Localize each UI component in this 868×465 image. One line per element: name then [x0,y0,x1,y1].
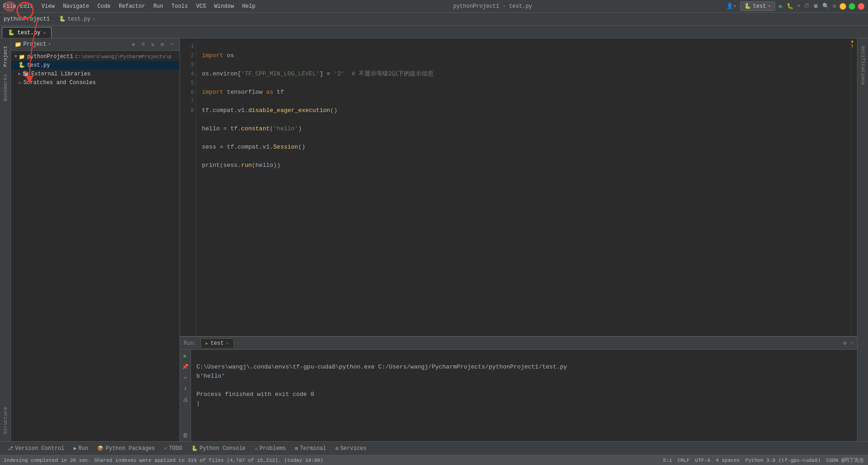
testpy-icon-bar: 🐍 [59,16,66,22]
coverage-button[interactable]: ☂ [797,3,800,10]
terminal-output[interactable]: C:\Users\wangj\.conda\envs\tf-gpu-cuda8\… [191,350,857,441]
problems-icon: ⚠ [255,445,258,451]
python-console-icon: 🐍 [191,445,198,451]
run-tab[interactable]: ▶ test ✕ [201,338,234,348]
window-title: pythonProject1 - test.py [453,3,532,10]
run-icon-bottom: ▶ [74,445,77,451]
run-label-bottom: Run [79,445,89,452]
file-menu[interactable]: File [4,1,16,11]
vcs-menu[interactable]: VCS [192,2,210,11]
panel-toolbar: ⊕ ≡ ⇅ ⚙ — [129,40,176,48]
settings-button[interactable]: ⚙ [833,3,836,10]
line-numbers: 1 2 3 4 5 6 7 8 [180,38,196,336]
run-hide-icon[interactable]: — [850,340,853,347]
test-file-tab-bar: 🐍 test.py ✕ [59,16,96,22]
status-encoding[interactable]: UTF-8 [695,458,710,463]
python-packages-icon: 📦 [97,445,104,451]
status-line-ending[interactable]: CRLF [677,458,689,463]
run-tab-close[interactable]: ✕ [226,341,229,346]
run-config[interactable]: 🐍 test ▾ [740,1,775,11]
stop-button[interactable]: ⏹ [813,3,819,10]
version-control-tab[interactable]: ⎇ Version Control [4,444,68,453]
tools-menu[interactable]: Tools [168,2,191,11]
gear-icon[interactable]: ⚙ [158,40,166,48]
run-panel: Run: ▶ test ✕ ⚙ — ▶ 📌 ↩ [180,336,857,441]
edit-menu[interactable]: Edit [16,2,37,11]
sort-icon[interactable]: ⇅ [148,40,157,48]
panel-title: 📁 Project ▾ [15,41,51,48]
tree-item-scratches[interactable]: ✏ Scratches and Consoles [11,78,180,87]
python-packages-tab[interactable]: 📦 Python Packages [94,444,159,453]
problems-tab[interactable]: ⚠ Problems [251,444,290,453]
py-file-icon: 🐍 [18,62,25,69]
sidebar-tab-project[interactable]: Project [2,42,9,70]
scroll-end-button[interactable]: ⬇ [181,385,190,393]
run-config-dropdown: ▾ [768,3,771,10]
user-icon[interactable]: 👤▾ [726,3,736,10]
notifications-tab[interactable]: Notifications [859,42,867,89]
terminal-tab[interactable]: ⊞ Terminal [291,444,330,453]
tree-item-testpy[interactable]: 🐍 test.py [11,61,180,69]
left-sidebar-tabs: Project Bookmarks Structure [0,38,11,441]
window-menu[interactable]: Window [211,2,238,11]
root-label: pythonProject1 [27,53,73,60]
main-area: Project Bookmarks Structure 📁 Project ▾ … [0,38,868,441]
ext-libs-arrow: ▶ [18,71,21,76]
bottom-toolbar: ⎇ Version Control ▶ Run 📦 Python Package… [0,441,868,455]
collapse-icon[interactable]: ≡ [139,40,147,48]
status-indent[interactable]: 4 spaces [716,458,740,463]
trash-button[interactable]: 🗑 [181,431,190,439]
profile-button[interactable]: ⏱ [804,3,810,10]
python-packages-label: Python Packages [106,445,155,452]
testpy-close-bar[interactable]: ✕ [92,16,95,22]
navigate-menu[interactable]: Navigate [59,2,93,11]
wrap-button[interactable]: ↩ [181,374,190,382]
tree-testpy-label: test.py [27,62,50,69]
debug-button[interactable]: 🐛 [787,3,794,10]
run-config-icon: 🐍 [744,3,751,10]
run-tab-bottom[interactable]: ▶ Run [70,444,92,453]
code-menu[interactable]: Code [94,2,114,11]
title-bar-right: 👤▾ 🐍 test ▾ ▶ 🐛 ☂ ⏱ ⏹ 🔍 ⚙ [726,1,864,11]
status-interpreter[interactable]: Python 3.9 (tf-gpu-cuda8) [745,458,820,463]
help-menu[interactable]: Help [238,2,259,11]
code-editor: 1 2 3 4 5 6 7 8 import os os.environ['TF… [180,38,857,336]
rerun-button[interactable]: ▶ [181,352,190,360]
run-sidebar: ▶ 📌 ↩ ⬇ 🖨 🗑 [180,350,191,441]
todo-tab[interactable]: ✓ TODO [160,444,185,453]
refactor-menu[interactable]: Refactor [115,2,149,11]
search-button[interactable]: 🔍 [822,3,829,10]
terminal-icon: ⊞ [295,445,298,451]
testpy-name-bar: test.py [68,16,90,22]
test-py-tab[interactable]: 🐍 test.py ✕ [2,27,52,38]
status-bar: Indexing completed in 26 sec. Shared ind… [0,455,868,465]
project-bar: pythonProject1 🐍 test.py ✕ [0,13,868,26]
view-menu[interactable]: View [38,2,58,11]
hide-icon[interactable]: — [168,40,176,48]
version-control-label: Version Control [15,445,64,452]
status-watermark: CSDN @丙丁先生 [826,457,864,464]
panel-dropdown-icon[interactable]: ▾ [48,42,51,47]
sidebar-tab-bookmarks[interactable]: Bookmarks [2,70,9,105]
root-folder-icon: 📁 [19,54,25,60]
run-button[interactable]: ▶ [779,2,783,10]
status-message: Indexing completed in 26 sec. Shared ind… [4,458,323,463]
tree-item-ext-libs[interactable]: ▶ 📚 External Libraries [11,69,180,78]
run-menu[interactable]: Run [150,2,167,11]
locate-icon[interactable]: ⊕ [129,40,138,48]
menu-bar: File Edit View Navigate Code Refactor Ru… [4,1,259,11]
maximize-button[interactable] [849,3,855,10]
todo-label: TODO [169,445,182,452]
close-button[interactable] [858,3,864,10]
run-settings-icon[interactable]: ⚙ [843,340,847,347]
tab-close-button[interactable]: ✕ [43,30,46,36]
sidebar-tab-structure[interactable]: Structure [2,403,9,438]
pin-button[interactable]: 📌 [181,363,190,371]
python-console-tab[interactable]: 🐍 Python Console [188,444,249,453]
tree-root[interactable]: ▼ 📁 pythonProject1 C:\Users\wangj\Pychar… [11,53,180,61]
minimize-button[interactable] [840,3,846,10]
status-position[interactable]: 5:1 [663,458,672,463]
services-tab[interactable]: ⚙ Services [332,444,370,453]
print-button[interactable]: 🖨 [181,396,190,404]
code-content[interactable]: import os os.environ['TF_CPP_MIN_LOG_LEV… [196,38,851,336]
